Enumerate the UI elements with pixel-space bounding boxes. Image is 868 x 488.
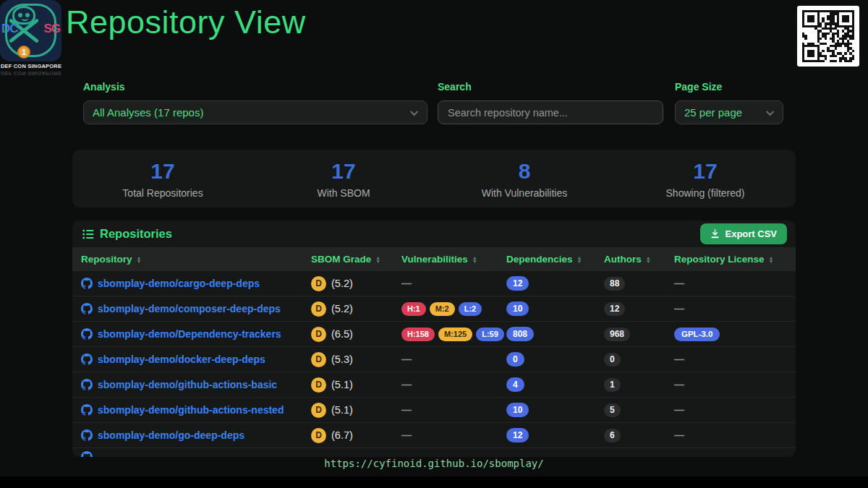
vulnerabilities-cell: — (401, 278, 506, 289)
repository-link[interactable]: sbomplay-demo/cargo-deep-deps (98, 278, 260, 289)
empty-marker: — (401, 278, 412, 289)
page-size-select-value: 25 per page (684, 106, 768, 119)
grade-badge: D (311, 276, 326, 291)
stat-with-vulnerabilities: 8 With Vulnerabilities (434, 150, 615, 207)
repository-cell: sbomplay-demo/go-deep-deps (81, 429, 311, 441)
empty-marker: — (674, 354, 684, 365)
empty-marker: — (401, 379, 412, 390)
table-row-partial (72, 448, 796, 457)
stat-label: Total Repositories (122, 187, 203, 199)
authors-cell: 6 (604, 429, 674, 442)
vuln-medium-badge: M:2 (430, 302, 455, 316)
empty-marker: — (674, 278, 684, 289)
analysis-select[interactable]: All Analyses (17 repos) (83, 100, 427, 124)
vulnerabilities-cell: H:158M:125L:59 (401, 328, 506, 341)
defcon-sg-logo: DC SG 1 DEF CON SINGAPORE DEF CON SINGAP… (0, 0, 62, 77)
dependencies-badge: 10 (506, 403, 529, 417)
search-control: Search (438, 81, 663, 124)
authors-cell: 0 (604, 353, 674, 367)
repository-link[interactable]: sbomplay-demo/Dependency-trackers (98, 328, 281, 340)
sbom-grade-cell: D (5.3) (311, 352, 401, 367)
grade-badge: D (311, 377, 326, 393)
authors-badge: 968 (604, 328, 630, 341)
sort-icon: ▲▼ (769, 256, 774, 263)
authors-cell: 5 (604, 403, 674, 417)
sort-icon: ▲▼ (375, 256, 380, 263)
repository-cell: sbomplay-demo/github-actions-nested (81, 404, 311, 416)
export-csv-button[interactable]: Export CSV (700, 223, 787, 244)
empty-marker: — (674, 429, 684, 441)
analysis-label: Analysis (83, 81, 427, 93)
stat-total-repositories: 17 Total Repositories (72, 150, 253, 207)
stat-label: With SBOM (317, 187, 370, 199)
dependencies-cell: 10 (506, 301, 604, 316)
github-icon (81, 379, 93, 390)
grade-score: (5.2) (331, 278, 353, 289)
authors-cell: 12 (604, 302, 674, 316)
qr-code (797, 6, 859, 67)
bottom-letterbox (0, 476, 868, 488)
sort-icon: ▲▼ (646, 256, 651, 263)
analysis-control: Analysis All Analyses (17 repos) (83, 81, 427, 124)
table-body: sbomplay-demo/cargo-deep-deps D (5.2) — … (72, 271, 796, 448)
vuln-medium-badge: M:125 (438, 328, 472, 341)
sbom-grade-cell: D (5.2) (311, 276, 401, 291)
github-icon (81, 328, 93, 340)
empty-marker: — (674, 303, 684, 314)
vulnerabilities-cell: — (401, 404, 506, 416)
license-cell: — (674, 354, 787, 365)
repository-link[interactable]: sbomplay-demo/github-actions-basic (98, 379, 277, 390)
search-label: Search (438, 81, 663, 93)
stat-value: 8 (519, 159, 531, 184)
repository-cell: sbomplay-demo/github-actions-basic (81, 379, 311, 390)
grade-badge: D (311, 403, 326, 418)
dependencies-badge: 808 (506, 327, 534, 341)
column-header-repository-license[interactable]: Repository License▲▼ (674, 254, 787, 265)
column-header-authors[interactable]: Authors▲▼ (604, 254, 674, 265)
repository-cell: sbomplay-demo/Dependency-trackers (81, 328, 311, 340)
github-icon (81, 429, 93, 441)
vuln-high-badge: H:158 (401, 328, 435, 341)
dependencies-cell: 0 (506, 352, 604, 367)
logo-caption-reflection: DEF CON SINGAPORE (0, 70, 62, 77)
table-row: sbomplay-demo/docker-deep-deps D (5.3) —… (72, 347, 796, 372)
column-header-dependencies[interactable]: Dependencies▲▼ (506, 254, 604, 265)
github-icon (81, 451, 93, 457)
search-input[interactable] (438, 100, 663, 124)
repositories-title: Repositories (82, 227, 172, 241)
column-header-repository[interactable]: Repository▲▼ (81, 254, 311, 265)
stat-label: With Vulnerabilities (482, 187, 568, 199)
table-row: sbomplay-demo/go-deep-deps D (6.7) — 12 … (72, 423, 796, 448)
table-header-row: Repository▲▼ SBOM Grade▲▼ Vulnerabilitie… (72, 247, 796, 271)
vuln-low-badge: L:59 (476, 328, 504, 341)
repository-link[interactable]: sbomplay-demo/go-deep-deps (98, 429, 244, 441)
page-size-select[interactable]: 25 per page (675, 100, 783, 124)
authors-cell: 968 (604, 328, 674, 341)
grade-score: (6.5) (331, 328, 353, 340)
grade-badge: D (311, 428, 326, 443)
vulnerabilities-cell: H:1M:2L:2 (401, 302, 506, 316)
repository-link[interactable]: sbomplay-demo/github-actions-nested (98, 404, 284, 416)
vuln-high-badge: H:1 (401, 302, 426, 316)
logo-dc-text: DC (1, 22, 18, 36)
empty-marker: — (674, 404, 684, 416)
license-cell: GPL-3.0 (674, 328, 787, 341)
logo-caption: DEF CON SINGAPORE (0, 63, 62, 69)
vuln-low-badge: L:2 (459, 302, 482, 316)
download-icon (710, 229, 720, 239)
table-row: sbomplay-demo/github-actions-nested D (5… (72, 398, 796, 423)
authors-badge: 12 (604, 302, 625, 316)
column-header-sbom-grade[interactable]: SBOM Grade▲▼ (311, 254, 401, 265)
empty-marker: — (674, 379, 684, 390)
authors-cell: 1 (604, 378, 674, 392)
grade-score: (5.2) (331, 303, 353, 314)
repository-link[interactable]: sbomplay-demo/composer-deep-deps (98, 303, 281, 314)
repository-cell: sbomplay-demo/cargo-deep-deps (81, 278, 311, 289)
repository-link[interactable]: sbomplay-demo/docker-deep-deps (98, 354, 265, 365)
dependencies-cell: 4 (506, 377, 604, 392)
footer-url: https://cyfinoid.github.io/sbomplay/ (0, 458, 868, 469)
stat-value: 17 (331, 159, 355, 184)
github-icon (81, 404, 93, 416)
column-header-vulnerabilities[interactable]: Vulnerabilities▲▼ (401, 254, 506, 265)
authors-badge: 6 (604, 429, 621, 442)
